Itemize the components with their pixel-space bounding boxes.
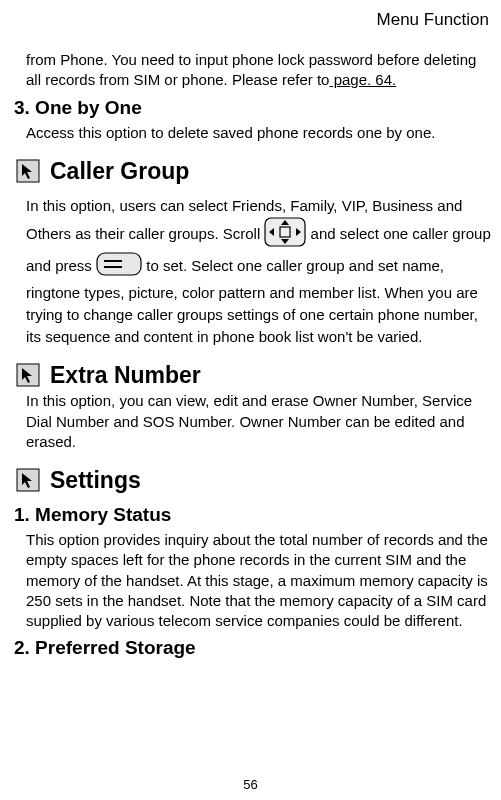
caller-group-title: Caller Group [50,158,189,185]
page-reference-link[interactable]: page. 64. [329,71,396,88]
page-number: 56 [0,777,501,792]
svg-rect-4 [104,260,122,262]
pointer-icon [14,466,42,494]
preferred-storage-heading: 2. Preferred Storage [14,637,491,659]
settings-heading-row: Settings [14,466,491,494]
svg-rect-5 [104,266,122,268]
intro-paragraph: from Phone. You need to input phone lock… [26,50,491,91]
extra-number-heading-row: Extra Number [14,361,491,389]
extra-number-body: In this option, you can view, edit and e… [26,391,491,452]
one-by-one-heading: 3. One by One [14,97,491,119]
caller-group-body: In this option, users can select Friends… [26,195,491,348]
caller-group-heading-row: Caller Group [14,157,491,185]
soft-key-icon [96,252,142,282]
intro-text: from Phone. You need to input phone lock… [26,51,476,88]
page-header: Menu Function [14,10,491,30]
settings-title: Settings [50,467,141,494]
memory-status-body: This option provides inquiry about the t… [26,530,491,631]
nav-key-icon [264,217,306,253]
extra-number-title: Extra Number [50,362,201,389]
one-by-one-body: Access this option to delete saved phone… [26,123,491,143]
pointer-icon [14,361,42,389]
memory-status-heading: 1. Memory Status [14,504,491,526]
svg-rect-3 [97,253,141,275]
pointer-icon [14,157,42,185]
